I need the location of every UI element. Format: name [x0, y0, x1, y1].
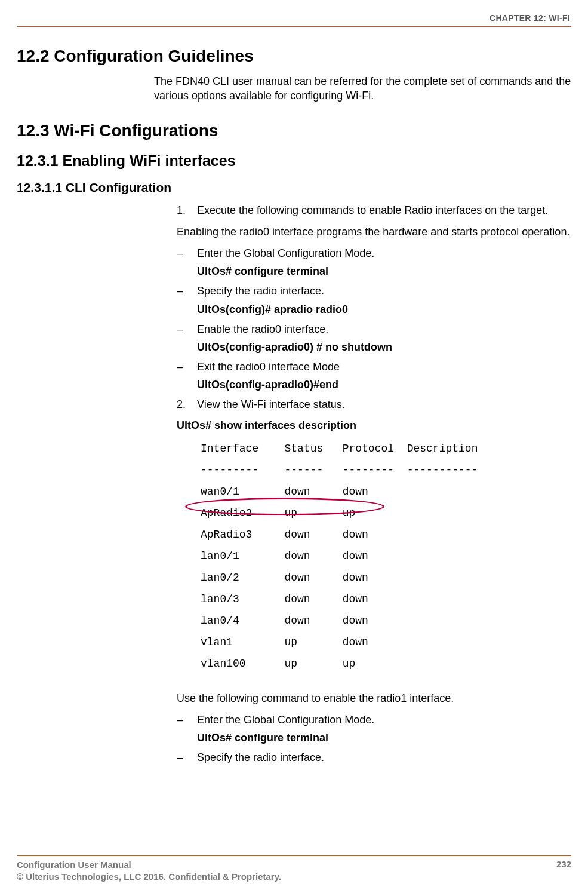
page-header: CHAPTER 12: WI-FI: [0, 0, 588, 26]
heading-12-3-1-1: 12.3.1.1 CLI Configuration: [17, 180, 571, 195]
cli-header-row: Interface Status Protocol Description: [201, 438, 571, 459]
cli-data-row: lan0/4 down down: [201, 610, 571, 631]
cli-command: UltOs(config-apradio0)#end: [197, 379, 571, 391]
cli-output: Interface Status Protocol Description --…: [201, 438, 571, 674]
cli-data-row: ApRadio2 up up: [201, 502, 571, 524]
cli-command: UltOs# configure terminal: [197, 732, 571, 744]
dash-icon: –: [177, 246, 197, 260]
dash-list-2: – Enter the Global Configuration Mode. U…: [177, 713, 571, 765]
dash-icon: –: [177, 284, 197, 298]
footer-copyright: © Ulterius Technologies, LLC 2016. Confi…: [17, 871, 281, 883]
step-number: 2.: [177, 397, 197, 412]
numbered-steps: 1. Execute the following commands to ena…: [177, 203, 571, 765]
intro-paragraph-12-2: The FDN40 CLI user manual can be referre…: [154, 74, 571, 103]
page-footer: Configuration User Manual © Ulterius Tec…: [17, 859, 571, 882]
cli-divider-row: --------- ------ -------- -----------: [201, 459, 571, 481]
dash-item: – Specify the radio interface.: [177, 284, 571, 298]
cli-data-row: ApRadio3 down down: [201, 524, 571, 545]
dash-text: Exit the radio0 interface Mode: [197, 360, 571, 374]
dash-item: – Exit the radio0 interface Mode: [177, 360, 571, 374]
dash-list-1: – Enter the Global Configuration Mode. U…: [177, 246, 571, 391]
dash-icon: –: [177, 713, 197, 727]
dash-item: – Specify the radio interface.: [177, 750, 571, 765]
dash-item: – Enter the Global Configuration Mode.: [177, 713, 571, 727]
footer-left: Configuration User Manual © Ulterius Tec…: [17, 859, 281, 882]
content-area: 12.2 Configuration Guidelines The FDN40 …: [0, 27, 588, 765]
cli-command: UltOs# configure terminal: [197, 265, 571, 278]
dash-text: Enable the radio0 interface.: [197, 322, 571, 336]
step-number: 1.: [177, 203, 197, 217]
dash-icon: –: [177, 360, 197, 374]
step-2: 2. View the Wi-Fi interface status.: [177, 397, 571, 412]
heading-12-3: 12.3 Wi-Fi Configurations: [17, 121, 571, 140]
cli-command: UltOs(config)# apradio radio0: [197, 303, 571, 316]
step-text: Execute the following commands to enable…: [197, 203, 571, 217]
cli-data-row: vlan1 up down: [201, 631, 571, 653]
cli-data-row: lan0/3 down down: [201, 588, 571, 610]
step-1-paragraph: Enabling the radio0 interface programs t…: [177, 225, 571, 239]
dash-item: – Enable the radio0 interface.: [177, 322, 571, 336]
after-cli-paragraph: Use the following command to enable the …: [177, 691, 571, 705]
footer-title: Configuration User Manual: [17, 859, 281, 871]
dash-item: – Enter the Global Configuration Mode.: [177, 246, 571, 260]
dash-text: Specify the radio interface.: [197, 750, 571, 765]
dash-text: Specify the radio interface.: [197, 284, 571, 298]
heading-12-3-1: 12.3.1 Enabling WiFi interfaces: [17, 152, 571, 170]
step-text: View the Wi-Fi interface status.: [197, 397, 571, 412]
dash-icon: –: [177, 750, 197, 765]
step-1: 1. Execute the following commands to ena…: [177, 203, 571, 217]
heading-12-2: 12.2 Configuration Guidelines: [17, 47, 571, 66]
dash-text: Enter the Global Configuration Mode.: [197, 246, 571, 260]
cli-data-row: vlan100 up up: [201, 653, 571, 674]
cli-command: UltOs# show interfaces description: [177, 419, 571, 432]
page-number: 232: [556, 859, 571, 882]
bottom-rule: [17, 855, 571, 856]
cli-command: UltOs(config-apradio0) # no shutdown: [197, 341, 571, 354]
dash-text: Enter the Global Configuration Mode.: [197, 713, 571, 727]
cli-data-row: lan0/2 down down: [201, 567, 571, 588]
dash-icon: –: [177, 322, 197, 336]
cli-data-row: wan0/1 down down: [201, 481, 571, 502]
cli-data-row: lan0/1 down down: [201, 545, 571, 567]
